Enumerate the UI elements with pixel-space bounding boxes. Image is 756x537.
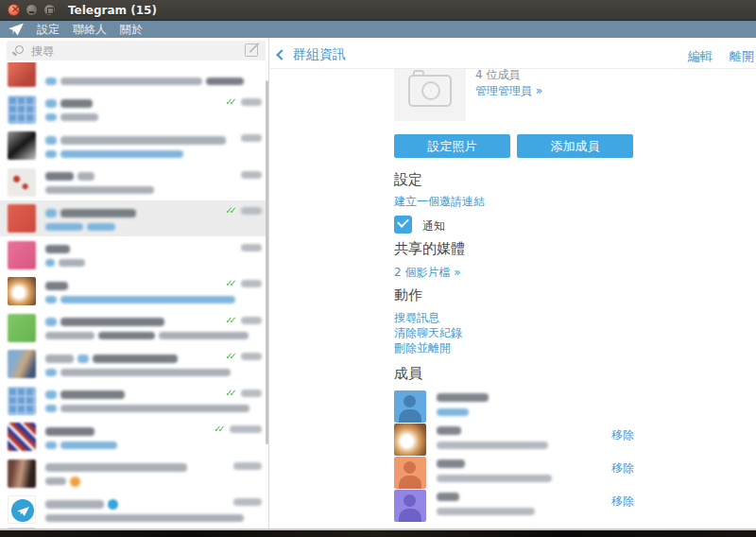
chat-meta: ✓✓: [225, 390, 262, 397]
chat-time-blurred: [241, 207, 262, 215]
blurred-text: [60, 150, 183, 158]
blurred-text: [60, 209, 136, 217]
remove-member-link[interactable]: 移除: [611, 427, 634, 443]
chat-row[interactable]: [0, 492, 269, 528]
chat-message-blurred: [45, 405, 249, 413]
search-input[interactable]: [31, 42, 201, 60]
chat-row[interactable]: [0, 237, 269, 273]
read-check-icon: ✓✓: [225, 353, 237, 360]
member-row[interactable]: 移除: [394, 490, 748, 523]
member-name-blurred: [437, 459, 465, 468]
blurred-text: [45, 332, 94, 339]
action-link-clear-history[interactable]: 清除聊天紀錄: [394, 325, 462, 341]
camera-icon: [408, 75, 452, 107]
blurred-text: [45, 318, 57, 326]
remove-member-link[interactable]: 移除: [611, 460, 634, 476]
group-photo-placeholder[interactable]: [394, 69, 466, 121]
chat-row[interactable]: ✓✓: [0, 200, 269, 236]
chat-title-blurred: [45, 99, 93, 109]
members-heading: 成員: [394, 365, 422, 383]
blurred-text: [98, 332, 155, 339]
chat-time-blurred: [241, 280, 262, 287]
read-check-icon: ✓✓: [225, 280, 237, 287]
chat-title-blurred: [45, 172, 94, 182]
chat-meta: [241, 171, 262, 179]
member-row[interactable]: [394, 390, 748, 424]
back-button[interactable]: 群組資訊: [278, 46, 346, 63]
sidebar-scrollbar[interactable]: [266, 80, 268, 444]
chat-message-blurred: [45, 441, 117, 449]
window-minimize-button[interactable]: [26, 4, 38, 16]
remove-member-link[interactable]: 移除: [611, 494, 634, 510]
chat-message-blurred: [45, 295, 235, 303]
chat-row[interactable]: [0, 128, 269, 164]
blurred-text: [45, 355, 74, 363]
blurred-text: [45, 150, 57, 158]
chat-time-blurred: [233, 498, 262, 506]
blurred-text: [77, 355, 89, 363]
chat-row[interactable]: ✓✓: [0, 383, 269, 419]
add-member-button[interactable]: 添加成員: [517, 134, 633, 158]
notifications-checkbox[interactable]: [394, 216, 412, 234]
edit-button[interactable]: 編輯: [688, 48, 713, 65]
person-silhouette-icon: [404, 461, 416, 474]
window-titlebar: Telegram (15): [0, 0, 756, 21]
blurred-text: [45, 78, 57, 85]
member-avatar: [394, 457, 426, 489]
set-photo-button[interactable]: 設定照片: [394, 134, 510, 158]
read-check-icon: ✓✓: [225, 98, 237, 106]
chat-message-blurred: [45, 477, 80, 486]
chat-meta: [241, 244, 262, 251]
compose-icon[interactable]: [245, 43, 258, 57]
menu-item-contacts[interactable]: 聯絡人: [73, 21, 107, 38]
person-silhouette-icon: [404, 494, 416, 507]
manage-admins-link[interactable]: 管理管理員 »: [475, 83, 542, 99]
invite-link[interactable]: 建立一個邀請連結: [394, 194, 485, 210]
chevron-left-icon: [276, 49, 286, 60]
chat-meta: [241, 134, 262, 142]
blurred-text: [45, 442, 57, 449]
person-silhouette-icon: [399, 476, 421, 489]
blurred-text: [45, 296, 57, 303]
chat-message-blurred: [45, 149, 183, 158]
window-close-button[interactable]: [8, 4, 20, 16]
menu-item-settings[interactable]: 設定: [37, 21, 60, 38]
member-row[interactable]: 移除: [394, 424, 748, 457]
menubar: 設定聯絡人關於: [0, 21, 756, 38]
member-name-blurred: [437, 393, 489, 402]
chat-meta: ✓✓: [214, 425, 262, 433]
chat-title-blurred: [45, 318, 164, 327]
chat-row[interactable]: [0, 456, 269, 492]
chat-avatar: [8, 131, 36, 160]
chat-row[interactable]: ✓✓: [0, 273, 269, 309]
blurred-text: [108, 499, 118, 510]
chat-avatar: [8, 387, 36, 415]
chat-meta: ✓✓: [225, 207, 262, 215]
blurred-text: [206, 78, 244, 85]
chat-message-blurred: [45, 113, 98, 122]
read-check-icon: ✓✓: [225, 390, 237, 397]
shared-media-link[interactable]: 2 個影片檔 »: [394, 265, 461, 281]
actions-heading: 動作: [394, 286, 422, 304]
person-silhouette-icon: [399, 509, 421, 522]
action-link-search-messages[interactable]: 搜尋訊息: [394, 310, 439, 326]
chat-meta: ✓✓: [225, 317, 262, 324]
chat-row[interactable]: ✓✓: [0, 419, 269, 455]
chat-meta: ✓✓: [225, 353, 262, 360]
chat-time-blurred: [230, 425, 262, 433]
leave-button[interactable]: 離開: [730, 48, 754, 65]
chat-avatar: [8, 95, 36, 124]
action-link-delete-and-leave[interactable]: 刪除並離開: [394, 340, 451, 356]
chat-row[interactable]: [0, 165, 269, 200]
chat-row[interactable]: ✓✓: [0, 92, 269, 128]
member-row[interactable]: 移除: [394, 457, 748, 490]
search-box[interactable]: [7, 41, 266, 61]
menu-item-about[interactable]: 關於: [120, 21, 143, 38]
chat-row[interactable]: ✓✓: [0, 346, 269, 382]
member-name-blurred: [437, 493, 459, 501]
blurred-text: [159, 332, 249, 339]
chat-row[interactable]: ✓✓: [0, 310, 269, 346]
chat-avatar: [8, 314, 36, 342]
window-maximize-button[interactable]: [43, 4, 56, 16]
shared-media-heading: 共享的媒體: [394, 240, 465, 258]
